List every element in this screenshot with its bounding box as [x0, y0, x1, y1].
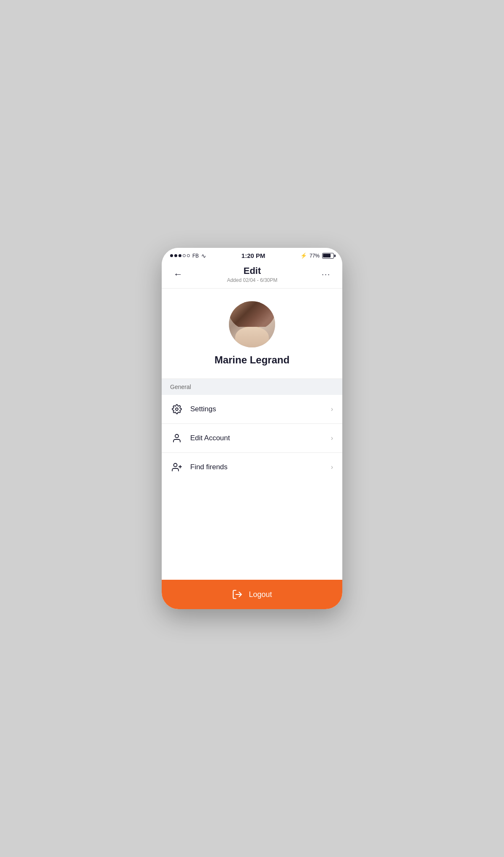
more-button[interactable]: ···: [318, 268, 334, 281]
status-bar: FB ∿ 1:20 PM ⚡ 77%: [162, 248, 342, 261]
logout-icon: [232, 589, 243, 600]
nav-bar: ← Edit Added 02/04 - 6/30PM ···: [162, 261, 342, 289]
dot-2: [174, 254, 177, 257]
dot-1: [170, 254, 173, 257]
avatar[interactable]: [229, 301, 275, 347]
settings-label: Settings: [190, 405, 331, 413]
nav-title-group: Edit Added 02/04 - 6/30PM: [227, 266, 277, 283]
logout-label: Logout: [249, 590, 272, 599]
gear-icon: [171, 403, 183, 415]
bluetooth-icon: ⚡: [300, 252, 307, 259]
dot-3: [178, 254, 181, 257]
dot-5: [187, 254, 190, 257]
person-icon: [171, 432, 183, 444]
edit-account-label: Edit Account: [190, 434, 331, 442]
wifi-icon: ∿: [201, 252, 206, 259]
svg-point-0: [176, 408, 178, 410]
profile-section: Marine Legrand: [162, 289, 342, 379]
battery-fill: [323, 254, 330, 258]
menu-list: Settings › Edit Account ›: [162, 395, 342, 529]
carrier-label: FB: [192, 253, 199, 259]
svg-point-2: [174, 463, 177, 467]
settings-chevron: ›: [331, 405, 333, 413]
status-right: ⚡ 77%: [300, 252, 334, 259]
menu-item-edit-account[interactable]: Edit Account ›: [162, 424, 342, 453]
profile-name: Marine Legrand: [215, 354, 290, 366]
status-time: 1:20 PM: [242, 252, 265, 259]
content-spacer: [162, 529, 342, 580]
menu-item-find-friends[interactable]: Find firends ›: [162, 453, 342, 481]
back-button[interactable]: ←: [170, 267, 186, 281]
signal-dots: [170, 254, 190, 257]
section-header-label: General: [170, 384, 191, 390]
battery-bar: [322, 253, 334, 259]
edit-account-chevron: ›: [331, 434, 333, 442]
battery-percent: 77%: [310, 253, 320, 259]
svg-point-1: [175, 434, 178, 438]
logout-button[interactable]: Logout: [162, 580, 342, 609]
avatar-placeholder: [229, 301, 275, 347]
section-header-general: General: [162, 379, 342, 395]
page-title: Edit: [227, 266, 277, 276]
status-left: FB ∿: [170, 252, 206, 259]
battery-indicator: [322, 253, 334, 259]
menu-item-settings[interactable]: Settings ›: [162, 395, 342, 424]
find-friends-label: Find firends: [190, 463, 331, 471]
dot-4: [183, 254, 186, 257]
find-friends-chevron: ›: [331, 463, 333, 471]
page-subtitle: Added 02/04 - 6/30PM: [227, 277, 277, 283]
phone-frame: FB ∿ 1:20 PM ⚡ 77% ← Edit Added 02/04 - …: [162, 248, 342, 609]
person-add-icon: [171, 461, 183, 473]
hair-overlay: [229, 301, 275, 327]
